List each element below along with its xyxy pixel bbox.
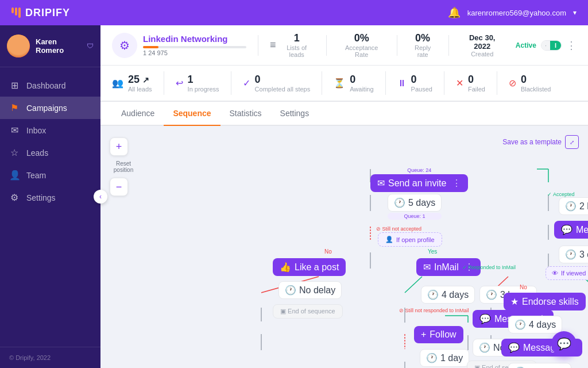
campaign-gear-icon: ⚙	[112, 33, 137, 58]
logo-text: DRIPIFY	[25, 7, 70, 19]
campaign-header: ⚙ Linkedin Networking 1 24 975 ≡ 1	[100, 25, 588, 66]
stat-completed: ✓ 0 Completed all steps	[231, 71, 323, 95]
send-invite-icon: ✉	[377, 178, 385, 189]
if-viewed-node[interactable]: 👁 If viewed message	[546, 266, 588, 280]
dashboard-icon: ⊞	[9, 80, 20, 91]
stat-acceptance: 0% Acceptance Rate	[338, 32, 385, 58]
endorse-icon: ★	[510, 296, 519, 307]
node-dots: ⋮	[452, 178, 461, 189]
failed-value: 0	[468, 74, 485, 86]
awaiting-label: Awaiting	[350, 86, 373, 93]
sidebar-item-label: Dashboard	[26, 81, 66, 90]
progress-bar-background	[143, 46, 246, 48]
awaiting-value: 0	[350, 74, 373, 86]
follow-node[interactable]: + Follow	[414, 326, 463, 343]
queue-1-badge: Queue: 1	[388, 213, 442, 220]
delay-4days-1-node[interactable]: 🕐 4 days	[421, 286, 475, 304]
all-leads-value: 25 ↗	[128, 74, 152, 86]
no-delay-4-node[interactable]: 🕐 No delay	[508, 363, 571, 368]
no-delay-1-node[interactable]: 🕐 No delay	[278, 281, 342, 299]
zoom-out-button[interactable]: −	[110, 178, 128, 196]
tab-audience[interactable]: Audience	[112, 102, 164, 126]
message-2-node[interactable]: 💬 Message ⋮	[554, 221, 588, 239]
in-progress-label: In progress	[188, 86, 219, 93]
shield-icon: 🛡	[87, 42, 94, 50]
stat-created-label: Created	[461, 51, 504, 57]
status-toggle[interactable]: · I	[541, 40, 562, 51]
nav-right: 🔔 karenromero569@yahoo.com ▾	[448, 6, 577, 19]
stat-lists-value: 1	[279, 32, 315, 44]
stat-created-value: Dec 30, 2022	[461, 33, 504, 51]
status-badge: Active	[516, 41, 536, 49]
tab-settings[interactable]: Settings	[271, 102, 319, 126]
zoom-in-button[interactable]: +	[110, 137, 128, 156]
reset-position-button[interactable]: Reset position	[110, 160, 137, 173]
delay-3days-node[interactable]: 🕐 3 days	[559, 246, 588, 263]
sidebar-item-team[interactable]: 👤 Team	[0, 164, 100, 186]
flow-container: Queue: 24 ✉ Send an invite ⋮ 🕐 5 days Qu…	[146, 137, 588, 368]
endorse-skills-node[interactable]: ★ Endorse skills	[504, 293, 586, 310]
delay-1day-node[interactable]: 🕐 1 day	[420, 349, 469, 367]
sidebar-item-label: Team	[26, 171, 46, 180]
user-email: karenromero569@yahoo.com	[467, 9, 566, 17]
blacklisted-value: 0	[521, 74, 551, 86]
sidebar-item-settings[interactable]: ⚙ Settings	[0, 186, 100, 209]
stat-acceptance-label: Acceptance Rate	[338, 44, 385, 58]
delay-2hours-node[interactable]: 🕐 2 hours	[559, 197, 588, 215]
team-icon: 👤	[9, 170, 20, 181]
like-post-node[interactable]: 👍 Like a post	[273, 258, 346, 276]
stat-in-progress: ↩ 1 In progress	[164, 71, 231, 95]
more-options-button[interactable]: ⋮	[566, 39, 577, 52]
delay-5days-node[interactable]: 🕐 5 days Queue: 1	[388, 194, 442, 220]
message-icon-4: 💬	[508, 342, 520, 353]
toggle-on: I	[550, 41, 561, 50]
awaiting-icon: ⏳	[334, 78, 345, 89]
if-open-profile-node[interactable]: 👤 If open profile	[378, 232, 442, 247]
stat-awaiting: ⏳ 0 Awaiting	[322, 71, 385, 95]
divider	[326, 35, 327, 56]
chat-icon: 💬	[557, 337, 571, 351]
delay-4days-2-node[interactable]: 🕐 4 days	[508, 316, 562, 334]
campaign-actions: Active · I ⋮	[516, 39, 577, 52]
stat-all-leads: 👥 25 ↗ All leads	[112, 71, 164, 95]
clock-icon-9: 🕐	[514, 319, 526, 330]
leads-icon: ☆	[9, 147, 20, 158]
inmail-icon: ✉	[423, 262, 431, 273]
eye-icon: 👁	[552, 270, 558, 277]
tab-sequence[interactable]: Sequence	[164, 102, 220, 126]
sidebar-item-leads[interactable]: ☆ Leads	[0, 141, 100, 164]
send-invite-content: ✉ Send an invite ⋮	[370, 174, 468, 192]
user-name: Karen Romero	[36, 37, 81, 55]
failed-label: Failed	[468, 86, 485, 93]
logo-icon	[11, 7, 21, 18]
clock-icon-2: 🕐	[285, 285, 296, 296]
end-seq-1-node: ▣ End of sequence	[273, 304, 343, 319]
main-layout: Karen Romero 🛡 ⊞ Dashboard ⚑ Campaigns ✉…	[0, 25, 588, 368]
stat-failed: ✕ 0 Failed	[444, 71, 497, 95]
like-icon: 👍	[280, 262, 291, 273]
sidebar: Karen Romero 🛡 ⊞ Dashboard ⚑ Campaigns ✉…	[0, 25, 100, 368]
top-navigation: DRIPIFY 🔔 karenromero569@yahoo.com ▾	[0, 0, 588, 25]
sidebar-item-dashboard[interactable]: ⊞ Dashboard	[0, 74, 100, 97]
sidebar-collapse-button[interactable]: ‹	[94, 190, 107, 204]
campaign-top-row: ⚙ Linkedin Networking 1 24 975 ≡ 1	[112, 32, 577, 58]
clock-icon-5: 🕐	[426, 352, 438, 363]
sidebar-item-inbox[interactable]: ✉ Inbox	[0, 119, 100, 141]
send-invite-node[interactable]: Queue: 24 ✉ Send an invite ⋮	[370, 167, 468, 192]
canvas-controls: + Reset position −	[110, 137, 137, 196]
tab-statistics[interactable]: Statistics	[220, 102, 271, 126]
chevron-down-icon[interactable]: ▾	[573, 9, 577, 17]
sidebar-item-campaigns[interactable]: ⚑ Campaigns	[0, 97, 100, 119]
campaigns-icon: ⚑	[9, 102, 20, 113]
completed-label: Completed all steps	[255, 86, 311, 93]
logo-area: DRIPIFY	[11, 7, 70, 19]
user-profile: Karen Romero 🛡	[0, 25, 100, 67]
progress-label: 1 24 975	[143, 49, 246, 56]
clock-icon: 🕐	[394, 197, 405, 208]
responded-label: ✓ Responded to InMail	[462, 261, 516, 271]
chat-support-button[interactable]: 💬	[551, 331, 577, 356]
clock-icon-7: 🕐	[565, 201, 577, 212]
divider	[397, 35, 397, 56]
clock-icon-4: 🕐	[486, 289, 497, 300]
bell-icon[interactable]: 🔔	[448, 6, 461, 19]
